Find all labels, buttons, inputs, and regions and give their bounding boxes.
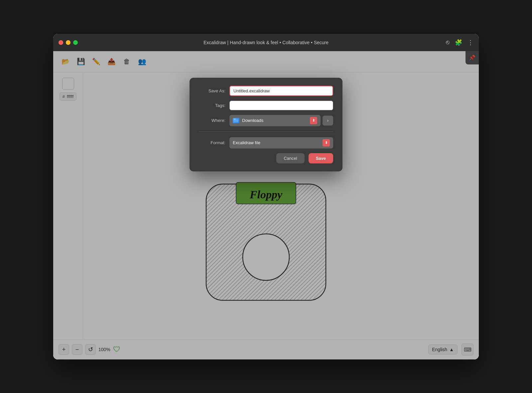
where-select-wrapper: Downloads ⬍ › — [229, 115, 333, 126]
maximize-button[interactable] — [73, 40, 78, 45]
main-window: Excalidraw | Hand-drawn look & feel • Co… — [53, 34, 479, 359]
main-area: 📂 💾 ✏️ 📤 🗑 👥 # ffffff — [53, 51, 479, 359]
cancel-button[interactable]: Cancel — [276, 153, 304, 163]
extensions-icon[interactable]: 🧩 — [455, 39, 462, 46]
share-icon[interactable]: ⎋ — [446, 39, 450, 46]
title-bar-actions: ⎋ 🧩 ⋮ — [446, 39, 473, 46]
tags-input[interactable] — [229, 101, 333, 110]
svg-rect-6 — [234, 119, 236, 120]
format-value: Excalidraw file — [233, 140, 260, 145]
more-menu-icon[interactable]: ⋮ — [467, 39, 473, 46]
save-as-row: Save As: — [199, 86, 333, 96]
save-as-label: Save As: — [199, 88, 225, 93]
format-arrow-icon: ⬍ — [323, 139, 330, 147]
where-row: Where: Downloads — [199, 115, 333, 126]
save-as-input[interactable] — [229, 86, 333, 96]
expand-btn[interactable]: › — [323, 116, 333, 126]
minimize-button[interactable] — [66, 40, 70, 45]
modal-divider — [199, 132, 333, 132]
modal-overlay: Save As: Tags: Where: — [53, 51, 479, 359]
format-row: Format: Excalidraw file ⬍ — [199, 137, 333, 148]
where-select-left: Downloads — [233, 118, 263, 123]
where-arrow-icon: ⬍ — [310, 117, 317, 124]
where-label: Where: — [199, 118, 225, 123]
traffic-lights — [59, 40, 78, 45]
window-title: Excalidraw | Hand-drawn look & feel • Co… — [203, 40, 329, 45]
tags-row: Tags: — [199, 101, 333, 110]
tags-label: Tags: — [199, 103, 225, 108]
close-button[interactable] — [59, 40, 63, 45]
where-value: Downloads — [242, 118, 263, 123]
save-dialog: Save As: Tags: Where: — [190, 78, 342, 171]
title-bar: Excalidraw | Hand-drawn look & feel • Co… — [53, 34, 479, 51]
folder-icon — [233, 118, 239, 123]
format-label: Format: — [199, 140, 225, 145]
modal-buttons: Cancel Save — [199, 153, 333, 163]
save-button[interactable]: Save — [309, 153, 333, 163]
where-select[interactable]: Downloads ⬍ — [229, 115, 321, 126]
format-select[interactable]: Excalidraw file ⬍ — [229, 137, 333, 148]
